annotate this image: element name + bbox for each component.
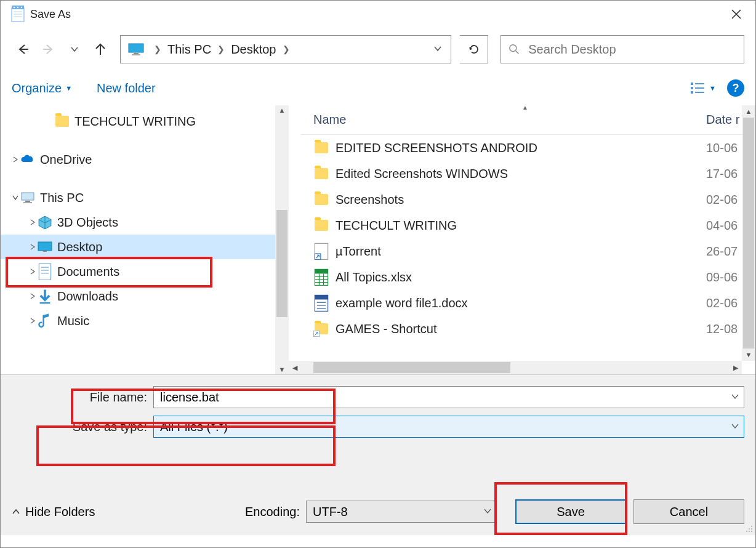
- chevron-icon[interactable]: [10, 156, 20, 163]
- scroll-thumb[interactable]: [743, 118, 754, 349]
- file-row[interactable]: All Topics.xlsx09-06: [301, 264, 755, 290]
- chevron-icon[interactable]: [28, 219, 38, 225]
- search-input[interactable]: [528, 42, 736, 57]
- encoding-label: Encoding:: [245, 505, 300, 519]
- svg-rect-13: [129, 44, 143, 52]
- file-name: Edited Screenshots WINDOWS: [336, 167, 706, 181]
- save-button[interactable]: Save: [515, 499, 626, 524]
- filename-input[interactable]: [160, 390, 738, 405]
- tree-item-techcult-writing[interactable]: TECHCULT WRITING: [1, 109, 289, 134]
- search-box[interactable]: [501, 35, 744, 63]
- svg-rect-0: [12, 8, 24, 22]
- forward-button[interactable]: [38, 38, 60, 60]
- svg-rect-26: [23, 202, 32, 203]
- breadcrumb-this-pc[interactable]: This PC: [167, 42, 211, 57]
- folder-icon: [313, 191, 329, 208]
- resize-grip-icon[interactable]: [744, 524, 754, 534]
- type-value: All Files (*.*): [160, 420, 228, 434]
- file-row[interactable]: TECHCULT WRITING04-06: [301, 212, 755, 238]
- tree-item-this-pc[interactable]: This PC: [1, 185, 289, 210]
- docx-icon: [313, 295, 329, 311]
- chevron-up-icon: [12, 507, 20, 516]
- svg-rect-18: [691, 83, 693, 85]
- chevron-icon[interactable]: [28, 244, 38, 250]
- svg-rect-37: [315, 269, 328, 273]
- folder-icon: [313, 140, 329, 156]
- pc-icon: [128, 43, 144, 55]
- help-button[interactable]: ?: [727, 79, 744, 97]
- file-name: GAMES - Shortcut: [336, 322, 706, 336]
- onedrive-icon: [20, 152, 35, 167]
- music-icon: [38, 313, 52, 328]
- scroll-down-icon[interactable]: ▼: [279, 366, 286, 373]
- chevron-icon[interactable]: [10, 195, 20, 201]
- hide-folders-button[interactable]: Hide Folders: [12, 505, 95, 519]
- svg-point-49: [751, 526, 752, 527]
- file-scrollbar-vertical[interactable]: ▲ ▼: [742, 105, 755, 361]
- navigation-tree: TECHCULT WRITINGOneDriveThis PC3D Object…: [1, 105, 289, 374]
- type-dropdown-icon[interactable]: [731, 422, 739, 432]
- chevron-icon[interactable]: [28, 293, 38, 299]
- file-scrollbar-horizontal[interactable]: ◀ ▶: [289, 361, 742, 374]
- view-options-button[interactable]: ▼: [691, 83, 716, 94]
- file-row[interactable]: EDITED SCREENSHOTS ANDROID10-06: [301, 135, 755, 161]
- tree-item-documents[interactable]: Documents: [1, 259, 289, 284]
- cancel-button[interactable]: Cancel: [633, 499, 744, 524]
- column-headers[interactable]: ▲ Name Date r: [301, 105, 755, 135]
- file-row[interactable]: example word file1.docx02-06: [301, 290, 755, 316]
- type-select[interactable]: All Files (*.*): [153, 416, 744, 438]
- filename-label: File name:: [1, 390, 153, 405]
- svg-rect-15: [132, 54, 140, 55]
- file-row[interactable]: µTorrent26-07: [301, 238, 755, 264]
- scroll-left-icon[interactable]: ◀: [289, 364, 301, 372]
- folder-icon: [313, 166, 329, 182]
- svg-point-50: [749, 528, 750, 530]
- encoding-dropdown-icon[interactable]: [484, 507, 491, 517]
- scroll-thumb[interactable]: [276, 210, 288, 317]
- chevron-right-icon[interactable]: ❯: [217, 44, 225, 54]
- sidebar-scrollbar[interactable]: ▲ ▼: [275, 105, 289, 374]
- file-row[interactable]: Screenshots02-06: [301, 187, 755, 212]
- file-name: example word file1.docx: [336, 296, 706, 310]
- close-button[interactable]: [722, 4, 750, 24]
- filename-dropdown-icon[interactable]: [731, 393, 739, 402]
- nav-bar: ❯ This PC ❯ Desktop ❯: [1, 28, 755, 71]
- address-dropdown[interactable]: [428, 44, 447, 55]
- svg-point-52: [746, 531, 747, 532]
- scroll-up-icon[interactable]: ▲: [279, 107, 286, 114]
- up-button[interactable]: [89, 38, 111, 60]
- encoding-select[interactable]: UTF-8: [306, 501, 497, 523]
- tree-item-onedrive[interactable]: OneDrive: [1, 147, 289, 172]
- file-row[interactable]: Edited Screenshots WINDOWS17-06: [301, 161, 755, 187]
- filename-input-wrapper[interactable]: [153, 386, 744, 408]
- organize-button[interactable]: Organize▼: [12, 81, 72, 95]
- chevron-down-icon: ▼: [709, 84, 716, 92]
- column-name[interactable]: Name: [301, 113, 706, 127]
- file-row[interactable]: GAMES - Shortcut12-08: [301, 316, 755, 342]
- breadcrumb-desktop[interactable]: Desktop: [231, 42, 276, 57]
- tree-item-downloads[interactable]: Downloads: [1, 284, 289, 308]
- tree-label: This PC: [40, 191, 84, 205]
- scroll-up-icon[interactable]: ▲: [746, 105, 752, 118]
- svg-point-4: [21, 7, 22, 8]
- new-folder-button[interactable]: New folder: [97, 81, 156, 95]
- tree-item-music[interactable]: Music: [1, 308, 289, 333]
- svg-rect-25: [25, 201, 30, 202]
- svg-rect-27: [38, 242, 52, 251]
- refresh-button[interactable]: [460, 35, 488, 63]
- chevron-right-icon[interactable]: ❯: [283, 44, 290, 54]
- scroll-thumb[interactable]: [313, 362, 510, 373]
- chevron-icon[interactable]: [28, 318, 38, 324]
- chevron-right-icon[interactable]: ❯: [154, 44, 161, 54]
- chevron-icon[interactable]: [28, 268, 38, 275]
- scroll-right-icon[interactable]: ▶: [730, 364, 742, 372]
- tree-label: Music: [57, 314, 89, 328]
- svg-point-54: [751, 531, 752, 532]
- address-bar[interactable]: ❯ This PC ❯ Desktop ❯: [120, 35, 451, 63]
- recent-dropdown[interactable]: [63, 38, 86, 60]
- desktop-icon: [38, 240, 52, 254]
- back-button[interactable]: [12, 38, 34, 60]
- tree-item-3d-objects[interactable]: 3D Objects: [1, 210, 289, 235]
- tree-item-desktop[interactable]: Desktop: [1, 235, 289, 259]
- scroll-down-icon[interactable]: ▼: [746, 349, 752, 361]
